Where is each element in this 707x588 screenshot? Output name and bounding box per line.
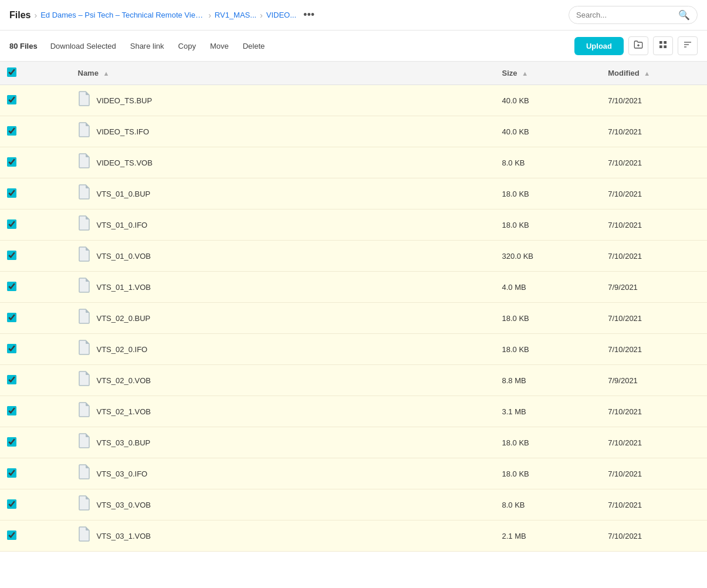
grid-view-button[interactable] bbox=[653, 36, 673, 55]
sort-button[interactable] bbox=[678, 36, 698, 55]
file-icon bbox=[78, 215, 91, 234]
file-size-cell: 18.0 KB bbox=[495, 178, 601, 209]
row-checkbox[interactable] bbox=[7, 499, 16, 509]
row-checkbox-cell bbox=[0, 178, 71, 209]
breadcrumb-sep-1: › bbox=[34, 11, 37, 20]
file-size-cell: 8.0 KB bbox=[495, 489, 601, 521]
file-name-text[interactable]: VTS_01_0.VOB bbox=[97, 252, 151, 261]
size-column-header[interactable]: Size ▲ bbox=[495, 62, 601, 85]
row-checkbox-cell bbox=[0, 365, 71, 396]
more-options-button[interactable]: ••• bbox=[300, 8, 318, 22]
row-checkbox-cell bbox=[0, 396, 71, 427]
svg-rect-3 bbox=[664, 41, 667, 44]
file-icon bbox=[78, 340, 91, 359]
search-input[interactable] bbox=[576, 11, 674, 19]
breadcrumb-item-3[interactable]: VIDEO... bbox=[266, 11, 296, 19]
row-checkbox[interactable] bbox=[7, 157, 16, 167]
search-icon: 🔍 bbox=[678, 9, 690, 21]
table-row: VTS_03_0.IFO18.0 KB7/10/2021 bbox=[0, 458, 707, 489]
file-size-cell: 18.0 KB bbox=[495, 458, 601, 489]
breadcrumb-item-1[interactable]: Ed Dames – Psi Tech – Technical Remote V… bbox=[40, 11, 205, 19]
breadcrumb-item-2[interactable]: RV1_MAS... bbox=[215, 11, 256, 19]
file-modified-cell: 7/10/2021 bbox=[601, 241, 707, 272]
row-checkbox[interactable] bbox=[7, 313, 16, 322]
file-name-text[interactable]: VTS_02_0.BUP bbox=[97, 314, 151, 323]
header: Files › Ed Dames – Psi Tech – Technical … bbox=[0, 0, 707, 31]
row-checkbox[interactable] bbox=[7, 219, 16, 229]
table-row: VTS_02_0.VOB8.8 MB7/9/2021 bbox=[0, 365, 707, 396]
name-column-header[interactable]: Name ▲ bbox=[71, 62, 495, 85]
file-modified-cell: 7/10/2021 bbox=[601, 334, 707, 365]
file-name-cell: VIDEO_TS.BUP bbox=[71, 85, 495, 116]
file-icon bbox=[78, 153, 91, 172]
file-name-cell: VTS_02_0.BUP bbox=[71, 303, 495, 334]
row-checkbox-cell bbox=[0, 241, 71, 272]
file-name-text[interactable]: VIDEO_TS.VOB bbox=[97, 158, 153, 167]
file-name-text[interactable]: VTS_02_1.VOB bbox=[97, 407, 151, 416]
row-checkbox-cell bbox=[0, 427, 71, 458]
download-selected-button[interactable]: Download Selected bbox=[45, 39, 122, 53]
file-name-cell: VTS_01_0.BUP bbox=[71, 178, 495, 209]
breadcrumb-sep-3: › bbox=[260, 11, 263, 20]
file-name-cell: VTS_03_0.IFO bbox=[71, 458, 495, 489]
row-checkbox[interactable] bbox=[7, 437, 16, 447]
files-title: Files bbox=[9, 10, 31, 21]
file-name-text[interactable]: VTS_03_0.IFO bbox=[97, 469, 148, 478]
file-modified-cell: 7/10/2021 bbox=[601, 178, 707, 209]
file-name-text[interactable]: VTS_01_0.IFO bbox=[97, 221, 148, 229]
file-icon bbox=[78, 464, 91, 483]
row-checkbox[interactable] bbox=[7, 282, 16, 291]
file-size-cell: 18.0 KB bbox=[495, 303, 601, 334]
name-sort-icon: ▲ bbox=[103, 70, 110, 77]
file-size-cell: 3.1 MB bbox=[495, 396, 601, 427]
delete-button[interactable]: Delete bbox=[237, 39, 271, 53]
table-row: VTS_02_0.BUP18.0 KB7/10/2021 bbox=[0, 303, 707, 334]
file-icon bbox=[78, 122, 91, 141]
row-checkbox[interactable] bbox=[7, 188, 16, 198]
row-checkbox[interactable] bbox=[7, 344, 16, 353]
table-row: VTS_01_1.VOB4.0 MB7/9/2021 bbox=[0, 272, 707, 303]
table-row: VTS_03_0.VOB8.0 KB7/10/2021 bbox=[0, 489, 707, 521]
file-modified-cell: 7/10/2021 bbox=[601, 147, 707, 178]
row-checkbox[interactable] bbox=[7, 406, 16, 415]
file-name-text[interactable]: VTS_03_1.VOB bbox=[97, 532, 151, 540]
file-size-cell: 18.0 KB bbox=[495, 427, 601, 458]
modified-column-header[interactable]: Modified ▲ bbox=[601, 62, 707, 85]
file-size-cell: 40.0 KB bbox=[495, 85, 601, 116]
file-name-text[interactable]: VTS_02_0.IFO bbox=[97, 345, 148, 354]
select-all-checkbox[interactable] bbox=[7, 67, 16, 77]
file-name-cell: VTS_01_0.VOB bbox=[71, 241, 495, 272]
file-modified-cell: 7/9/2021 bbox=[601, 365, 707, 396]
row-checkbox[interactable] bbox=[7, 375, 16, 384]
table-row: VTS_03_0.BUP18.0 KB7/10/2021 bbox=[0, 427, 707, 458]
add-folder-button[interactable] bbox=[628, 36, 648, 55]
row-checkbox-cell bbox=[0, 116, 71, 147]
row-checkbox[interactable] bbox=[7, 126, 16, 136]
share-link-button[interactable]: Share link bbox=[124, 39, 170, 53]
table-row: VIDEO_TS.VOB8.0 KB7/10/2021 bbox=[0, 147, 707, 178]
file-modified-cell: 7/10/2021 bbox=[601, 427, 707, 458]
file-name-text[interactable]: VIDEO_TS.IFO bbox=[97, 127, 150, 136]
row-checkbox-cell bbox=[0, 489, 71, 521]
file-name-text[interactable]: VTS_01_0.BUP bbox=[97, 190, 151, 198]
file-icon bbox=[78, 402, 91, 421]
file-name-text[interactable]: VTS_01_1.VOB bbox=[97, 283, 151, 292]
row-checkbox-cell bbox=[0, 458, 71, 489]
upload-button[interactable]: Upload bbox=[574, 37, 624, 55]
file-name-text[interactable]: VTS_03_0.BUP bbox=[97, 438, 151, 447]
file-name-cell: VTS_01_1.VOB bbox=[71, 272, 495, 303]
file-name-text[interactable]: VTS_03_0.VOB bbox=[97, 501, 151, 509]
row-checkbox[interactable] bbox=[7, 468, 16, 478]
row-checkbox[interactable] bbox=[7, 95, 16, 104]
file-name-text[interactable]: VIDEO_TS.BUP bbox=[97, 96, 153, 105]
file-modified-cell: 7/10/2021 bbox=[601, 85, 707, 116]
file-modified-cell: 7/10/2021 bbox=[601, 396, 707, 427]
move-button[interactable]: Move bbox=[204, 39, 235, 53]
row-checkbox[interactable] bbox=[7, 251, 16, 260]
row-checkbox[interactable] bbox=[7, 530, 16, 540]
file-name-text[interactable]: VTS_02_0.VOB bbox=[97, 376, 151, 385]
file-size-cell: 8.0 KB bbox=[495, 147, 601, 178]
copy-button[interactable]: Copy bbox=[172, 39, 202, 53]
size-sort-icon: ▲ bbox=[522, 70, 528, 77]
file-name-cell: VTS_02_1.VOB bbox=[71, 396, 495, 427]
